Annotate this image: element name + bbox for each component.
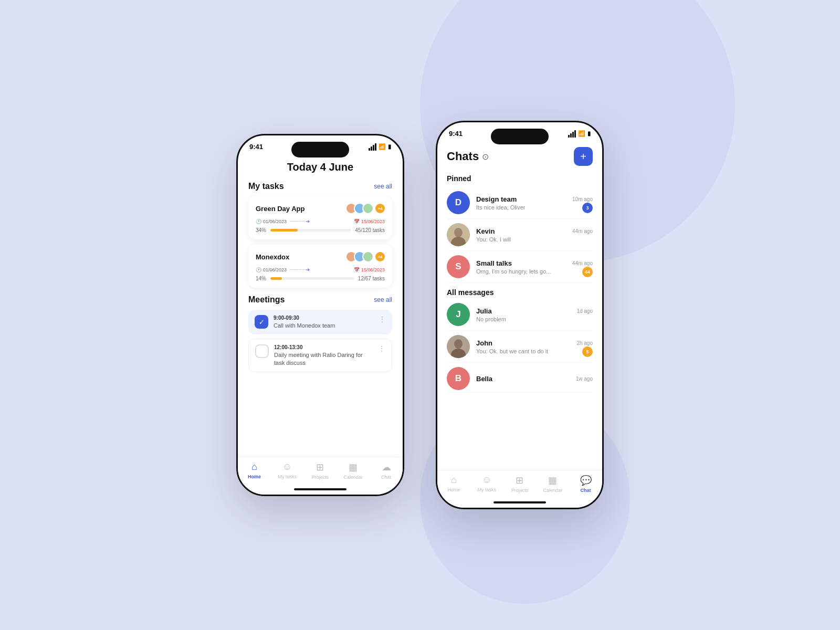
phone2-nav-mytasks[interactable]: ☺ My tasks (470, 475, 503, 492)
chat-john[interactable]: John 2h ago You: Ok. but we cant to do i… (447, 331, 593, 363)
meeting-1[interactable]: ✓ 9:00-09:30 Call with Monedox team ⋮ (248, 310, 392, 334)
nav-projects[interactable]: ⊞ Projects (304, 461, 337, 480)
task-2-avatars: +4 (345, 251, 385, 262)
projects-icon: ⊞ (316, 461, 324, 473)
avatar-3 (362, 203, 374, 214)
chat-badge-small-talks: 44 (582, 267, 593, 277)
task-card-1-top: Green Day App +4 (256, 203, 385, 214)
phone2-projects-icon: ⊞ (516, 475, 523, 486)
task-1-avatar-count: +4 (375, 204, 385, 213)
chat-kevin[interactable]: Kevin 44m ago You: Ok. I will (447, 219, 593, 251)
chat-preview-john: You: Ok. but we cant to do it (476, 348, 593, 354)
task-1-name: Green Day App (256, 205, 304, 213)
phone2-nav-projects[interactable]: ⊞ Projects (503, 475, 537, 493)
chat-time-julia: 1d ago (576, 308, 593, 314)
task-card-2[interactable]: Monexdox +4 🕐 01/06/2023 (248, 245, 392, 288)
chat-main-bella: Bella 1w ago (476, 375, 593, 383)
chat-preview-kevin: You: Ok. I will (476, 236, 593, 243)
clock-icon-2: 🕐 (256, 267, 261, 272)
phone2-home-bar (494, 501, 546, 503)
task-2-date-start: 🕐 01/06/2023 (256, 267, 287, 272)
task-card-1[interactable]: Green Day App +4 🕐 01/06/2023 (248, 196, 392, 239)
phone1-notch (291, 142, 349, 158)
chat-main-kevin: Kevin 44m ago You: Ok. I will (476, 227, 593, 243)
meeting-1-time: 9:00-09:30 (274, 315, 373, 321)
chat-design-team[interactable]: D Design team 10m ago Its nice idea, Oli… (447, 187, 593, 219)
chat-small-talks[interactable]: S Small talks 44m ago Omg, I'm so hungry… (447, 251, 593, 283)
nav-mytasks[interactable]: ☺ My tasks (271, 461, 304, 479)
phone2-nav-home[interactable]: ⌂ Home (437, 475, 470, 492)
task-2-progress-fill (270, 277, 282, 280)
task-2-date-end: 📅 15/06/2023 (354, 267, 385, 272)
chat-top-design-team: Design team 10m ago (476, 195, 593, 203)
chat-top-kevin: Kevin 44m ago (476, 227, 593, 235)
chat-preview-julia: No problem (476, 316, 593, 322)
calendar-icon-2: 📅 (354, 267, 360, 272)
date-dashes: ➜ (290, 218, 351, 224)
phone2-home-icon: ⌂ (451, 475, 457, 486)
chat-main-john: John 2h ago You: Ok. but we cant to do i… (476, 339, 593, 354)
chat-time-small-talks: 44m ago (572, 260, 593, 266)
chat-preview-design-team: Its nice idea, Oliver (476, 204, 593, 211)
meeting-1-info: 9:00-09:30 Call with Monedox team (274, 315, 373, 329)
add-chat-button[interactable]: + (574, 147, 593, 166)
phone1-time: 9:41 (249, 143, 263, 151)
task-1-progress-fill (270, 229, 298, 232)
phone2-battery-icon: ▮ (587, 130, 591, 137)
chats-chevron-icon[interactable]: ⊙ (482, 152, 489, 162)
tasks-icon: ☺ (282, 461, 292, 472)
home-icon: ⌂ (251, 461, 257, 472)
phone2-content: Chats ⊙ + Pinned D Design team 10m ago I… (437, 138, 602, 497)
task-1-dates: 🕐 01/06/2023 ➜ 📅 15/06/2023 (256, 218, 385, 224)
battery-icon: ▮ (388, 143, 391, 150)
meetings-see-all[interactable]: see all (374, 296, 392, 303)
meeting-2-time: 12:00-13:30 (274, 344, 373, 350)
meetings-section: Meetings see all ✓ 9:00-09:30 Call with … (248, 295, 392, 372)
task-1-tasks-count: 45/120 tasks (355, 227, 385, 233)
chat-icon: ☁ (382, 461, 391, 473)
chat-time-kevin: 44m ago (572, 228, 593, 234)
my-tasks-header: My tasks see all (248, 182, 392, 191)
date-dashes-2: ➜ (290, 267, 351, 272)
chat-avatar-bella: B (447, 367, 470, 390)
phone2-notch (491, 129, 549, 144)
phone2-calendar-icon: ▦ (548, 475, 557, 486)
task-1-progress-bar (270, 229, 351, 232)
kevin-avatar-svg (447, 223, 470, 246)
chat-main-design-team: Design team 10m ago Its nice idea, Olive… (476, 195, 593, 211)
page-title: Today 4 June (248, 161, 392, 173)
meeting-2[interactable]: 12:00-13:30 Daily meeting with Ralio Dar… (248, 339, 392, 372)
phone2-signal-icon (568, 130, 576, 138)
phone2-nav-calendar[interactable]: ▦ Calendar (536, 475, 569, 493)
phone-2: 9:41 📶 ▮ Chats ⊙ + (436, 121, 604, 509)
meetings-header: Meetings see all (248, 295, 392, 304)
clock-icon: 🕐 (256, 219, 261, 224)
chat-bella[interactable]: B Bella 1w ago (447, 363, 593, 393)
task-2-progress-bar (270, 277, 354, 280)
phone2-nav-chat[interactable]: 💬 Chat (569, 475, 602, 493)
phone2-wifi-icon: 📶 (578, 130, 585, 137)
meeting-2-checkbox[interactable] (255, 344, 269, 358)
task-2-progress: 14% 12/67 tasks (256, 276, 385, 281)
meeting-1-dots[interactable]: ⋮ (379, 315, 386, 323)
meeting-1-name: Call with Monedox team (274, 322, 373, 329)
chat-avatar-john (447, 335, 470, 358)
chat-name-julia: Julia (476, 307, 492, 315)
meeting-1-checkbox[interactable]: ✓ (255, 315, 268, 329)
meetings-label: Meetings (248, 295, 285, 304)
calendar-icon: 📅 (354, 219, 360, 224)
chat-julia[interactable]: J Julia 1d ago No problem (447, 299, 593, 331)
chat-top-small-talks: Small talks 44m ago (476, 259, 593, 267)
task-1-progress: 34% 45/120 tasks (256, 227, 385, 233)
phone2-nav-calendar-label: Calendar (543, 488, 563, 493)
my-tasks-see-all[interactable]: see all (374, 183, 392, 190)
chat-name-bella: Bella (476, 375, 492, 383)
nav-calendar[interactable]: ▦ Calendar (337, 461, 370, 480)
chats-title: Chats (447, 150, 479, 163)
nav-home[interactable]: ⌂ Home (238, 461, 271, 479)
meeting-2-dots[interactable]: ⋮ (378, 344, 385, 353)
nav-chat[interactable]: ☁ Chat (370, 461, 403, 480)
nav-chat-label: Chat (381, 475, 391, 480)
phones-container: 9:41 📶 ▮ Today 4 June My tasks see all (236, 121, 604, 509)
chat-time-john: 2h ago (576, 340, 593, 346)
